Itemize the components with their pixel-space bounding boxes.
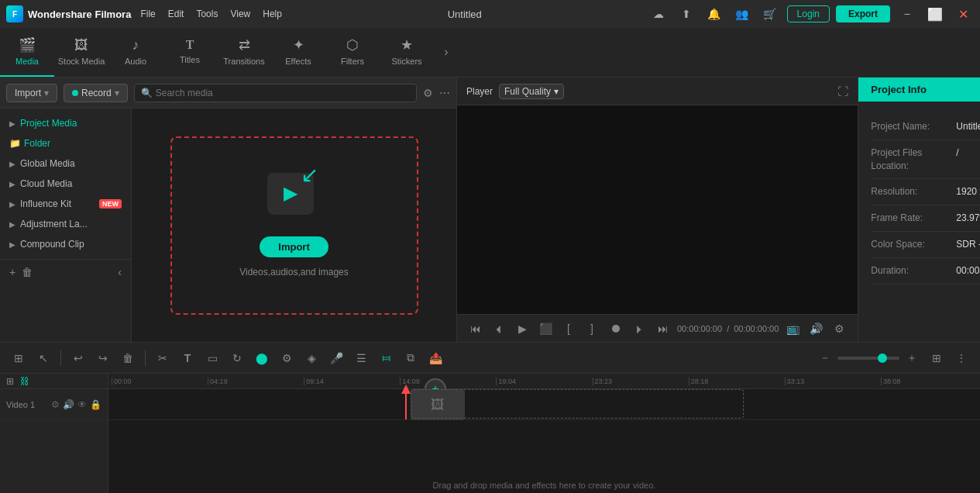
- center-area: Player Full Quality ▾ ⛶ ⏮ ⏴ ▶ ⬛ [ ] ⏵ ⏭ …: [457, 78, 858, 342]
- save-cloud-icon[interactable]: ☁: [648, 3, 669, 25]
- fullscreen-icon[interactable]: ⛶: [837, 85, 848, 98]
- track-eye-icon[interactable]: 👁: [77, 399, 87, 410]
- maximize-button[interactable]: ⬜: [924, 3, 946, 25]
- tab-effects[interactable]: ✦ Effects: [271, 27, 325, 77]
- play-button[interactable]: ▶: [513, 322, 531, 335]
- step-fwd-button[interactable]: ⏵: [631, 322, 649, 335]
- drop-dashed-zone[interactable]: [411, 389, 744, 419]
- titles-tab-icon: T: [186, 38, 194, 52]
- tl-crop-icon[interactable]: ▭: [203, 352, 222, 364]
- project-info-tab[interactable]: Project Info: [858, 78, 980, 102]
- tl-mic-icon[interactable]: 🎤: [327, 352, 346, 364]
- tl-rotate-icon[interactable]: ↻: [228, 352, 246, 364]
- quality-select[interactable]: Full Quality ▾: [499, 84, 564, 99]
- sidebar-item-project-media[interactable]: ▶ Project Media: [0, 113, 131, 133]
- menu-view[interactable]: View: [230, 9, 250, 19]
- player-main: [457, 105, 858, 314]
- tl-redo-icon[interactable]: ↪: [94, 352, 112, 364]
- tab-transitions[interactable]: ⇄ Transitions: [217, 27, 271, 77]
- login-button[interactable]: Login: [787, 5, 830, 22]
- track-lock-icon[interactable]: 🔒: [90, 399, 101, 410]
- sidebar-collapse-icon[interactable]: ‹: [118, 266, 122, 278]
- tab-stickers[interactable]: ★ Stickers: [380, 27, 434, 77]
- track-settings-icon[interactable]: ⚙: [51, 399, 60, 410]
- add-folder-icon[interactable]: +: [9, 266, 15, 278]
- community-icon[interactable]: 👥: [731, 3, 753, 25]
- search-input[interactable]: [156, 88, 410, 98]
- minimize-button[interactable]: －: [896, 3, 918, 25]
- tl-select-icon[interactable]: ↖: [34, 352, 53, 364]
- ruler-mark-5: 23:23: [593, 378, 689, 385]
- cart-icon[interactable]: 🛒: [759, 3, 781, 25]
- tl-export-icon[interactable]: 📤: [426, 352, 445, 364]
- filter-icon[interactable]: ⚙: [423, 87, 433, 99]
- time-slider[interactable]: [612, 327, 620, 330]
- tl-audio-settings-icon[interactable]: ⚙: [277, 352, 296, 364]
- tl-caption-icon[interactable]: ☰: [352, 352, 370, 364]
- tab-media[interactable]: 🎬 Media: [0, 27, 54, 77]
- sidebar-folder-button[interactable]: 📁 Folder: [0, 133, 131, 153]
- screen-record-button[interactable]: 📺: [783, 322, 802, 335]
- transitions-tab-icon: ⇄: [239, 36, 250, 53]
- app-title: Untitled: [448, 9, 482, 20]
- zoom-out-icon[interactable]: －: [816, 351, 834, 365]
- sidebar-item-cloud-media[interactable]: ▶ Cloud Media: [0, 174, 131, 194]
- stock-media-tab-icon: 🖼: [74, 37, 88, 53]
- tl-split-icon[interactable]: ⧦: [377, 351, 395, 364]
- ruler-marks: 00:00 04:19 09:14 14:09 19:04 23:23 28:1…: [108, 378, 980, 385]
- sidebar: ▶ Project Media 📁 Folder ▶ Global Media …: [0, 109, 132, 342]
- menu-help[interactable]: Help: [263, 9, 282, 19]
- settings-button[interactable]: ⚙: [830, 322, 848, 335]
- next-frame-button[interactable]: ⏭: [654, 322, 672, 335]
- tl-clone-icon[interactable]: ⧉: [401, 351, 420, 364]
- stop-button[interactable]: ⬛: [536, 322, 555, 335]
- share-icon[interactable]: ⬆: [676, 3, 697, 25]
- tab-titles[interactable]: T Titles: [163, 27, 217, 77]
- tl-text-icon[interactable]: T: [178, 352, 197, 364]
- tl-cut-icon[interactable]: ✂: [153, 352, 172, 364]
- tl-group-icon[interactable]: ⊞: [9, 352, 28, 364]
- zoom-slider[interactable]: [837, 357, 899, 360]
- mark-in-button[interactable]: [: [559, 322, 578, 335]
- audio-tab-icon: ♪: [132, 37, 139, 53]
- record-button[interactable]: Record ▾: [64, 84, 128, 102]
- audio-button[interactable]: 🔊: [806, 322, 825, 335]
- sidebar-item-compound-clip[interactable]: ▶ Compound Clip: [0, 234, 131, 254]
- timeline-add-track-icon[interactable]: ⊞: [6, 376, 14, 387]
- import-button[interactable]: Import ▾: [6, 84, 57, 102]
- close-button[interactable]: ✕: [952, 3, 974, 25]
- track-volume-icon[interactable]: 🔊: [63, 399, 74, 410]
- delete-folder-icon[interactable]: 🗑: [22, 266, 33, 278]
- info-label-location: Project Files Location:: [871, 147, 956, 173]
- import-center-button[interactable]: Import: [260, 236, 328, 257]
- prev-frame-button[interactable]: ⏮: [466, 322, 485, 335]
- tl-more-icon[interactable]: ⋮: [952, 352, 971, 364]
- tl-undo-icon[interactable]: ↩: [69, 352, 88, 364]
- tl-delete-icon[interactable]: 🗑: [119, 352, 137, 364]
- tl-grid-icon[interactable]: ⊞: [927, 352, 946, 364]
- tab-stock-media[interactable]: 🖼 Stock Media: [54, 27, 108, 77]
- cloud-sync-icon[interactable]: 🔔: [703, 3, 725, 25]
- tab-audio[interactable]: ♪ Audio: [108, 27, 163, 77]
- sidebar-item-adjustment-layer[interactable]: ▶ Adjustment La...: [0, 214, 131, 234]
- step-back-button[interactable]: ⏴: [490, 322, 508, 335]
- tab-more-chevron[interactable]: ›: [437, 43, 456, 61]
- sidebar-item-global-media[interactable]: ▶ Global Media: [0, 153, 131, 174]
- zoom-control: － ＋: [816, 351, 921, 365]
- tl-color-icon[interactable]: ⬤: [253, 352, 271, 364]
- menu-tools[interactable]: Tools: [196, 9, 218, 19]
- menu-edit[interactable]: Edit: [168, 9, 184, 19]
- menu-file[interactable]: File: [140, 9, 155, 19]
- timeline-link-icon[interactable]: ⛓: [20, 376, 29, 387]
- tab-filters[interactable]: ⬡ Filters: [325, 27, 380, 77]
- zoom-in-icon[interactable]: ＋: [903, 351, 921, 365]
- more-options-icon[interactable]: ⋯: [439, 87, 450, 99]
- sidebar-cloud-media-label: Cloud Media: [20, 178, 122, 189]
- tab-audio-label: Audio: [125, 57, 146, 66]
- drop-zone[interactable]: ↙ ▶ Import Videos,audios,and images: [170, 136, 418, 315]
- playhead[interactable]: [405, 389, 407, 419]
- tl-stabilize-icon[interactable]: ◈: [302, 352, 321, 364]
- mark-out-button[interactable]: ]: [583, 322, 601, 335]
- sidebar-item-influence-kit[interactable]: ▶ Influence Kit NEW: [0, 194, 131, 214]
- export-button[interactable]: Export: [836, 5, 890, 22]
